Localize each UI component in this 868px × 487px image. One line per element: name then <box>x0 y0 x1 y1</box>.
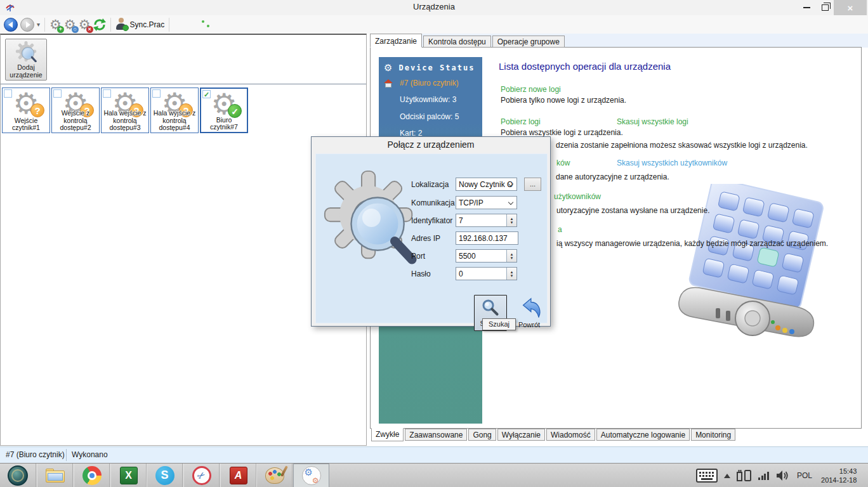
sync-workers-button[interactable]: Sync.Prac <box>115 16 165 33</box>
device-label: Hala wyjście z kontrolą dostępu#4 <box>152 110 197 132</box>
app-window: Urządzenia × + ○ × <box>0 0 868 487</box>
clock[interactable]: 15:43 2014-12-18 <box>821 467 857 484</box>
haslo-spinner[interactable]: 0 <box>456 267 517 280</box>
search-device-toolbar-button[interactable]: ○ <box>64 16 76 33</box>
delete-device-toolbar-button[interactable]: × <box>79 16 91 33</box>
tab-gong[interactable]: Gong <box>468 429 496 441</box>
device-tile-4[interactable]: ? Hala wyjście z kontrolą dostępu#4 <box>150 88 199 133</box>
spinner-arrows[interactable] <box>506 250 516 262</box>
volume-icon[interactable] <box>776 470 789 481</box>
tab-kontrola-dostepu[interactable]: Kontrola dostępu <box>423 36 491 48</box>
gear-delete-icon: × <box>79 18 91 32</box>
keyboard-icon[interactable] <box>696 469 718 483</box>
taskbar-acrobat-button[interactable]: A <box>220 464 256 487</box>
bottom-tab-strip: Zwykłe Zaawansowane Gong Wyłączanie Wiad… <box>371 429 737 443</box>
excel-icon: X <box>120 467 138 484</box>
browse-button[interactable]: ... <box>524 178 541 191</box>
file-explorer-icon <box>46 469 65 483</box>
device-status-fingerprints: Odciski palców: 5 <box>400 112 459 121</box>
desc-wyslij-fragment: utoryzacyjne zostana wysłane na urządzen… <box>556 206 709 215</box>
device-app-icon <box>302 466 321 485</box>
status-dot <box>202 20 204 23</box>
clock-time: 15:43 <box>839 467 857 475</box>
taskbar-explorer-button[interactable] <box>37 464 73 487</box>
network-signal-icon[interactable] <box>758 471 770 480</box>
device-status-name: #7 (Biuro czytnik) <box>400 79 459 88</box>
link-skasuj-wszystkie-logi[interactable]: Skasuj wszystkie logi <box>617 117 688 126</box>
taskbar-snipping-button[interactable] <box>183 464 220 487</box>
acrobat-icon: A <box>230 467 247 484</box>
home-icon <box>384 79 393 88</box>
show-hidden-icons-button[interactable] <box>724 474 730 478</box>
lokalizacja-select[interactable]: Nowy Czytnik O <box>456 178 517 191</box>
identyfikator-spinner[interactable]: 7 <box>456 214 517 227</box>
spinner-arrows[interactable] <box>506 214 516 226</box>
gear-magnifier-icon <box>322 168 418 264</box>
taskbar-active-app-button[interactable] <box>293 464 329 487</box>
tab-zaawansowane[interactable]: Zaawansowane <box>405 429 467 441</box>
person-sync-icon <box>115 18 127 31</box>
dialog-title: Połącz z urządzeniem <box>312 140 550 150</box>
toolbar-separator <box>110 18 111 32</box>
adres-ip-input[interactable]: 192.168.0.137 <box>456 231 518 245</box>
tab-automatyczne-logowanie[interactable]: Automatyczne logowanie <box>596 429 690 441</box>
device-tray-icon[interactable] <box>737 469 752 482</box>
operations-title: Lista dostępnych operacji dla urządzenia <box>499 61 671 72</box>
sync-workers-label: Sync.Prac <box>130 20 165 29</box>
link-managerowie-fragment[interactable]: a <box>558 225 562 234</box>
refresh-button[interactable] <box>93 16 106 33</box>
device-tile-5[interactable]: ✓ ✓ Biuro czytnik#7 <box>200 88 248 133</box>
komunikacja-value: TCP/IP <box>459 198 483 207</box>
connect-device-dialog: Połącz z urządzeniem Lokalizacja N <box>311 136 551 327</box>
device-status-users: Użytkowników: 3 <box>400 95 456 104</box>
minimize-button[interactable] <box>797 0 816 15</box>
komunikacja-select[interactable]: TCP/IP <box>456 196 517 209</box>
desc-skasuj-logi-fragment: dzenia zostanie zapełniona możesz skasow… <box>556 141 808 150</box>
start-button[interactable] <box>0 464 36 487</box>
close-button[interactable]: × <box>834 0 867 15</box>
link-pobierz-logi[interactable]: Pobierz logi <box>501 117 541 126</box>
back-dialog-button[interactable]: Powrót <box>511 297 547 330</box>
title-bar[interactable]: Urządzenia × <box>0 0 868 15</box>
lokalizacja-value: Nowy Czytnik O <box>459 180 513 189</box>
adres-ip-label: Adres IP <box>411 234 440 243</box>
tab-monitoring[interactable]: Monitoring <box>691 429 735 441</box>
device-tile-3[interactable]: ? Hala wejście z kontrolą dostępu#3 <box>101 88 149 133</box>
device-tile-1[interactable]: ? Wejście czytnik#1 <box>2 88 50 133</box>
add-device-button[interactable]: Dodaj urządzenie <box>5 39 47 81</box>
device-label: Biuro czytnik#7 <box>202 117 246 132</box>
restore-button[interactable] <box>816 0 834 15</box>
back-button[interactable] <box>4 16 18 33</box>
forward-button[interactable] <box>20 16 34 33</box>
language-indicator[interactable]: POL <box>797 471 812 480</box>
statusbar-device: #7 (Biuro czytnik) <box>6 450 65 459</box>
tab-operacje-grupowe[interactable]: Operacje grupowe <box>492 36 565 48</box>
clock-date: 2014-12-18 <box>821 476 857 484</box>
tab-wiadomosc[interactable]: Wiadomość <box>546 429 595 441</box>
spinner-arrows[interactable] <box>506 268 516 280</box>
skype-icon: S <box>155 466 174 485</box>
taskbar-excel-button[interactable]: X <box>110 464 147 487</box>
tab-zarzadzanie[interactable]: Zarządzanie <box>370 34 422 48</box>
add-device-toolbar-button[interactable]: + <box>49 16 62 33</box>
link-uzytkownikow-fragment[interactable]: ków <box>556 159 570 167</box>
link-wyslij-uzytkownikow-fragment[interactable]: użytkowników <box>554 192 601 201</box>
link-pobierz-nowe-logi[interactable]: Pobierz nowe logi <box>501 85 561 94</box>
gear-add-icon: + <box>49 18 62 32</box>
panel-divider <box>1 84 366 84</box>
chrome-icon <box>82 466 102 485</box>
taskbar-chrome-button[interactable] <box>74 464 110 487</box>
device-tile-2[interactable]: ? Wejście z kontrolą dostępu#2 <box>51 88 100 133</box>
port-label: Port <box>411 252 425 261</box>
tab-wylaczanie[interactable]: Wyłączanie <box>497 429 545 441</box>
gear-search-icon: ○ <box>64 18 76 32</box>
link-skasuj-uzytkownikow[interactable]: Skasuj wszystkich użytkowników <box>617 159 727 167</box>
taskbar-skype-button[interactable]: S <box>147 464 183 487</box>
dialog-body: Lokalizacja Nowy Czytnik O ... Komunikac… <box>315 153 548 323</box>
nav-history-dropdown[interactable] <box>37 16 40 33</box>
forward-icon <box>20 18 34 32</box>
port-spinner[interactable]: 5500 <box>456 249 517 263</box>
status-bar: #7 (Biuro czytnik) Wykonano <box>0 446 868 463</box>
tab-zwykle[interactable]: Zwykłe <box>371 428 404 441</box>
taskbar-paint-button[interactable] <box>256 464 293 487</box>
